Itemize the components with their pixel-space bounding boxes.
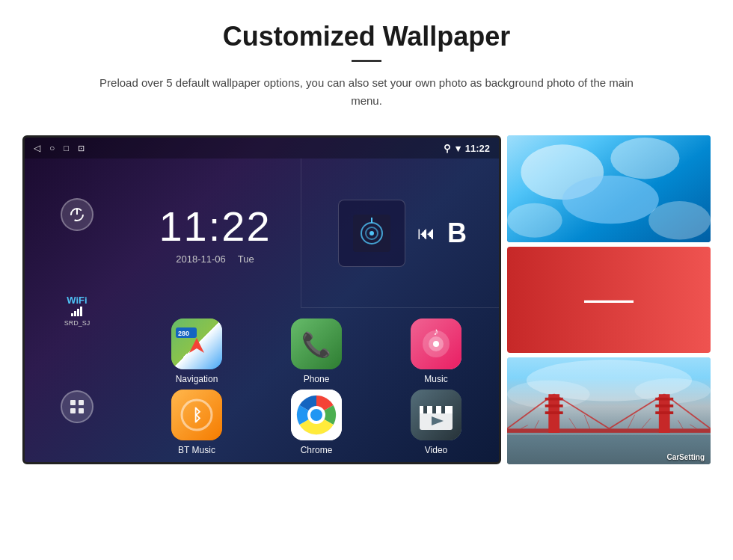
svg-point-45 — [648, 201, 711, 240]
status-bar-left: ◁ ○ □ ⊡ — [34, 143, 85, 153]
page-header: Customized Wallpaper Preload over 5 defa… — [0, 0, 733, 120]
svg-rect-5 — [79, 408, 84, 413]
status-time: 11:22 — [465, 143, 490, 154]
page-wrapper: Customized Wallpaper Preload over 5 defa… — [0, 0, 733, 487]
clock-date: 2018-11-06 — [176, 253, 226, 265]
svg-rect-54 — [545, 404, 563, 407]
clock-day: Tue — [238, 253, 254, 265]
navigation-icon: 280 — [171, 319, 222, 369]
power-icon — [69, 206, 85, 223]
prev-media-button[interactable]: ⏮ — [417, 223, 435, 244]
wallpaper-bottom-bar-text: ▬▬▬▬▬▬ — [584, 295, 634, 304]
media-icon-box — [338, 200, 405, 267]
main-content: ◁ ○ □ ⊡ ⚲ ▾ 11:22 — [0, 120, 733, 487]
location-icon: ⚲ — [444, 143, 451, 154]
ice-wallpaper-svg — [507, 135, 711, 242]
media-letter-b: B — [447, 218, 467, 249]
wallpaper-top — [507, 135, 711, 242]
device-screen: ◁ ○ □ ⊡ ⚲ ▾ 11:22 — [22, 135, 501, 464]
svg-rect-51 — [507, 429, 711, 434]
svg-rect-34 — [436, 406, 442, 413]
app-music[interactable]: ♪ Music — [376, 316, 496, 387]
music-app-icon: ♪ — [411, 319, 461, 369]
video-label: Video — [425, 445, 447, 455]
svg-rect-55 — [545, 412, 563, 415]
app-grid: 280 Navigation — [129, 308, 501, 464]
app-navigation[interactable]: 280 Navigation — [137, 316, 257, 387]
svg-point-28 — [310, 409, 322, 421]
svg-rect-59 — [655, 412, 673, 415]
apps-grid-button[interactable] — [61, 390, 93, 423]
page-description: Preload over 5 default wallpaper options… — [86, 74, 647, 110]
phone-app-icon: 📞 — [291, 319, 342, 369]
chrome-icon — [291, 390, 342, 440]
home-nav-icon[interactable]: ○ — [49, 143, 55, 153]
svg-point-9 — [369, 231, 374, 236]
bt-music-app-icon: ᛒ — [171, 390, 222, 440]
ice-wallpaper-overlay — [507, 135, 711, 242]
svg-rect-36 — [423, 406, 426, 413]
app-bt-music[interactable]: ᛒ BT Music — [137, 387, 257, 458]
svg-text:ᛒ: ᛒ — [192, 406, 202, 425]
wifi-label: WiFi — [64, 295, 91, 306]
wifi-network-name: SRD_SJ — [64, 319, 91, 327]
wallpaper-bottom-bar: ▬▬▬▬▬▬ — [507, 247, 711, 354]
chrome-app-icon — [291, 390, 342, 440]
app-phone[interactable]: 📞 Phone — [257, 316, 376, 387]
app-video[interactable]: Video — [376, 387, 496, 458]
svg-rect-38 — [441, 406, 444, 413]
recent-nav-icon[interactable]: □ — [64, 144, 69, 153]
media-area: ⏮ B — [301, 159, 501, 308]
bridge-wallpaper-svg — [507, 357, 711, 464]
svg-rect-33 — [427, 406, 433, 413]
svg-text:280: 280 — [178, 330, 189, 337]
phone-icon: 📞 — [291, 319, 342, 369]
status-bar: ◁ ○ □ ⊡ ⚲ ▾ 11:22 — [25, 138, 499, 159]
music-icon: ♪ — [411, 319, 461, 369]
svg-rect-2 — [70, 400, 76, 405]
clock-time: 11:22 — [159, 202, 271, 250]
music-label: Music — [424, 374, 447, 384]
bt-music-icon: ᛒ — [171, 390, 222, 440]
svg-point-20 — [433, 341, 439, 347]
svg-rect-3 — [79, 400, 84, 405]
svg-rect-58 — [655, 404, 673, 407]
video-icon — [411, 390, 461, 440]
radio-icon — [353, 215, 390, 252]
back-nav-icon[interactable]: ◁ — [34, 143, 40, 153]
navigation-label: Navigation — [176, 374, 218, 384]
title-divider — [352, 60, 381, 62]
phone-label: Phone — [304, 374, 330, 384]
clock-date-row: 2018-11-06 Tue — [176, 253, 254, 265]
svg-text:♪: ♪ — [434, 325, 439, 337]
svg-rect-37 — [432, 406, 435, 413]
svg-point-42 — [610, 138, 679, 179]
navigation-app-icon: 280 — [171, 319, 222, 369]
app-chrome[interactable]: Chrome — [257, 387, 376, 458]
page-title: Customized Wallpaper — [45, 21, 688, 52]
left-sidebar: WiFi SRD_SJ — [25, 159, 129, 462]
wifi-info: WiFi SRD_SJ — [64, 295, 91, 327]
carsetting-label: CarSetting — [666, 453, 705, 461]
signal-bars — [71, 307, 82, 316]
svg-point-44 — [507, 203, 562, 238]
clock-area: 11:22 2018-11-06 Tue — [129, 159, 301, 308]
status-bar-right: ⚲ ▾ 11:22 — [444, 143, 490, 154]
wallpaper-bottom: CarSetting — [507, 357, 711, 464]
svg-text:📞: 📞 — [301, 330, 331, 359]
bt-music-label: BT Music — [178, 445, 215, 455]
svg-point-48 — [507, 381, 590, 408]
svg-rect-4 — [70, 408, 76, 413]
chrome-label: Chrome — [301, 445, 333, 455]
apps-grid-icon — [69, 399, 85, 415]
video-app-icon — [411, 390, 461, 440]
power-button[interactable] — [61, 198, 93, 231]
svg-point-43 — [562, 176, 659, 224]
svg-rect-35 — [445, 406, 453, 413]
wallpaper-panels: ▬▬▬▬▬▬ — [507, 135, 711, 464]
screenshot-icon: ⊡ — [78, 144, 85, 153]
wifi-icon: ▾ — [456, 143, 461, 154]
